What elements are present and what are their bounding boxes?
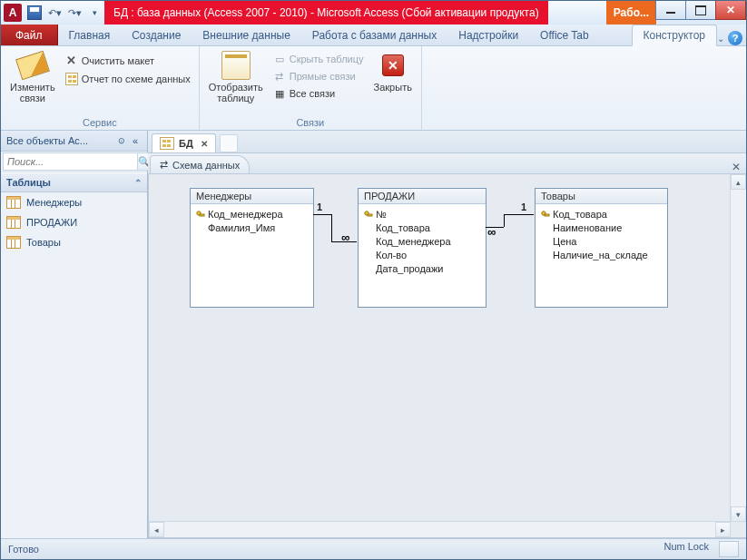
table-managers-header: Менеджеры (191, 189, 313, 204)
nav-dropdown-icon: ⊙ (118, 136, 125, 145)
file-tab[interactable]: Файл (1, 25, 58, 45)
maximize-button[interactable] (685, 1, 716, 20)
view-buttons (720, 541, 739, 557)
field-row[interactable]: Дата_продажи (364, 262, 480, 276)
save-icon (27, 5, 42, 20)
tab-addins[interactable]: Надстройки (447, 25, 529, 45)
view-button[interactable] (719, 541, 739, 557)
tab-constructor[interactable]: Конструктор (632, 25, 717, 46)
clear-layout-button[interactable]: ✕ Очистить макет (63, 53, 193, 69)
contextual-tab-header: Рабо... (606, 1, 656, 25)
tab-office-tab[interactable]: Office Tab (529, 25, 600, 45)
help-icon: ? (732, 33, 739, 44)
horizontal-scrollbar[interactable]: ◂ ▸ (149, 521, 731, 537)
numlock-indicator: Num Lock (663, 541, 709, 557)
status-text: Готово (8, 544, 39, 555)
cardinality-infinity: ∞ (341, 231, 349, 244)
nav-item-label: Товары (26, 237, 61, 248)
relationship-line[interactable] (504, 214, 534, 215)
field-row[interactable]: Цена (541, 235, 662, 249)
table-icon (6, 236, 21, 249)
close-box-icon: ✕ (378, 51, 408, 80)
chevron-up-icon: ⌃ (134, 178, 142, 188)
field-row[interactable]: Код_менеджера (364, 235, 480, 249)
field-row[interactable]: Фамилия_Имя (196, 221, 308, 235)
field-row[interactable]: Наименование (541, 221, 662, 235)
edit-relationships-button[interactable]: Изменить связи (6, 49, 59, 105)
ribbon-collapse-button[interactable]: ⌄ (717, 34, 724, 44)
field-label: Код_менеджера (376, 235, 451, 249)
all-links-button[interactable]: ▦ Все связи (270, 85, 367, 102)
close-window-button[interactable]: ✕ (715, 1, 746, 20)
nav-search-input[interactable] (3, 152, 138, 171)
nav-item-label: Менеджеры (26, 197, 82, 208)
access-app-icon[interactable]: A (4, 4, 22, 22)
ribbon-tabs: Файл Главная Создание Внешние данные Раб… (1, 25, 746, 46)
cardinality-one: 1 (317, 201, 322, 212)
key-icon (364, 211, 373, 220)
nav-collapse-button[interactable]: « (129, 135, 142, 146)
relationship-canvas[interactable]: Менеджеры Код_менеджера Фамилия_Имя ПРОД… (148, 174, 746, 538)
relationship-icon: ⇄ (160, 159, 168, 171)
field-row[interactable]: Кол-во (364, 249, 480, 262)
title-area: БД : база данных (Access 2007 - 2010) - … (104, 1, 656, 25)
subtab-close-button[interactable]: ✕ (726, 161, 746, 173)
relationship-line[interactable] (331, 214, 332, 241)
hide-table-label: Скрыть таблицу (290, 53, 364, 65)
show-table-button[interactable]: Отобразить таблицу (205, 49, 267, 105)
close-label: Закрыть (374, 82, 412, 93)
field-row[interactable]: Код_товара (364, 221, 480, 235)
vertical-scrollbar[interactable]: ▴ ▾ (730, 174, 746, 522)
direct-links-label: Прямые связи (290, 70, 356, 83)
subtab-label: Схема данных (172, 160, 240, 171)
nav-category-tables[interactable]: Таблицы ⌃ (1, 172, 147, 192)
tab-create[interactable]: Создание (121, 25, 192, 45)
relationship-line[interactable] (313, 214, 331, 215)
new-document-button[interactable] (220, 134, 238, 152)
tab-external-data[interactable]: Внешние данные (192, 25, 301, 45)
field-label: № (376, 208, 387, 221)
tab-home[interactable]: Главная (58, 25, 122, 45)
field-row[interactable]: Код_менеджера (196, 208, 308, 221)
tab-database-tools[interactable]: Работа с базами данных (301, 25, 447, 45)
minimize-icon (666, 12, 675, 14)
qat-customize[interactable]: ▾ (84, 3, 104, 23)
show-table-icon (221, 51, 251, 80)
undo-button[interactable]: ↶▾ (44, 3, 64, 23)
save-button[interactable] (25, 3, 44, 23)
nav-item-goods[interactable]: Товары (1, 232, 147, 252)
relationship-line[interactable] (504, 214, 505, 227)
relationship-report-button[interactable]: Отчет по схеме данных (63, 71, 193, 87)
nav-item-managers[interactable]: Менеджеры (1, 192, 147, 212)
hide-table-icon: ▭ (273, 53, 286, 65)
clear-layout-icon: ✕ (65, 54, 78, 67)
redo-button[interactable]: ↷▾ (64, 3, 84, 23)
field-row[interactable]: № (364, 208, 480, 221)
table-sales[interactable]: ПРОДАЖИ № Код_товара Код_менеджера Кол-в… (358, 188, 487, 308)
tab-close-icon[interactable]: ✕ (201, 139, 208, 149)
field-label: Код_менеджера (208, 208, 283, 221)
nav-header[interactable]: Все объекты Ac... ⊙ « (1, 131, 147, 152)
all-links-label: Все связи (290, 87, 335, 100)
quick-access-toolbar: ↶▾ ↷▾ ▾ (25, 3, 104, 23)
group-service-label: Сервис (6, 116, 193, 130)
scroll-left-button[interactable]: ◂ (149, 522, 164, 537)
close-button[interactable]: ✕ Закрыть (370, 49, 416, 94)
ribbon: Изменить связи ✕ Очистить макет Отчет по… (1, 46, 746, 131)
relationship-report-label: Отчет по схеме данных (82, 73, 191, 85)
scroll-right-button[interactable]: ▸ (715, 522, 731, 537)
subtab-schema[interactable]: ⇄ Схема данных (150, 155, 250, 173)
field-row[interactable]: Код_товара (541, 208, 662, 221)
help-button[interactable]: ? (728, 31, 742, 45)
table-goods[interactable]: Товары Код_товара Наименование Цена Нали… (535, 188, 668, 308)
document-tab-bd[interactable]: БД ✕ (152, 133, 216, 152)
nav-item-sales[interactable]: ПРОДАЖИ (1, 212, 147, 232)
nav-category-label: Таблицы (6, 177, 51, 188)
scroll-down-button[interactable]: ▾ (731, 506, 746, 522)
scroll-up-button[interactable]: ▴ (731, 174, 746, 190)
field-row[interactable]: Наличие_на_складе (541, 249, 662, 262)
minimize-button[interactable] (655, 1, 686, 20)
table-managers[interactable]: Менеджеры Код_менеджера Фамилия_Имя (190, 188, 314, 308)
field-label: Кол-во (376, 249, 407, 262)
field-label: Цена (553, 235, 576, 249)
